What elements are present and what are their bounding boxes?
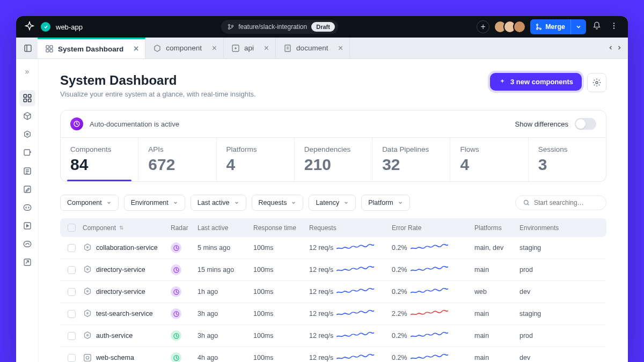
close-icon[interactable]: × bbox=[134, 44, 138, 54]
svg-rect-12 bbox=[50, 46, 53, 48]
app-badge-icon bbox=[41, 22, 50, 32]
table-header: Component⇅ Radar Last active Response ti… bbox=[60, 218, 606, 237]
table-row[interactable]: web-schema4h ago100ms12 req/s0.2%maindev bbox=[60, 347, 606, 362]
sort-icon[interactable]: ⇅ bbox=[119, 225, 123, 231]
tab-system-dashboard[interactable]: System Dashboard× bbox=[38, 38, 145, 58]
row-checkbox[interactable] bbox=[68, 288, 76, 296]
page-title: System Dashboard bbox=[60, 73, 256, 88]
collaborator-avatars[interactable] bbox=[494, 20, 526, 33]
stat-flows[interactable]: Flows4 bbox=[450, 138, 528, 181]
search-input[interactable] bbox=[534, 199, 598, 206]
show-diff-label: Show differences bbox=[515, 120, 569, 128]
row-checkbox[interactable] bbox=[68, 266, 76, 274]
stat-components[interactable]: Components84 bbox=[61, 138, 138, 181]
close-icon[interactable]: × bbox=[212, 43, 217, 53]
logo-icon bbox=[24, 21, 35, 33]
requests: 12 req/s bbox=[309, 266, 390, 274]
svg-rect-11 bbox=[46, 46, 49, 48]
platforms: main, dev bbox=[474, 244, 517, 252]
table-row[interactable]: collaboration-service5 mins ago100ms12 r… bbox=[60, 237, 606, 259]
rail-dashboard-icon[interactable] bbox=[19, 90, 35, 106]
select-all-checkbox[interactable] bbox=[68, 224, 76, 232]
last-active: 4h ago bbox=[197, 354, 251, 361]
stat-platforms[interactable]: Platforms4 bbox=[217, 138, 295, 181]
row-checkbox[interactable] bbox=[68, 310, 76, 318]
draft-badge: Draft bbox=[311, 22, 335, 32]
row-checkbox[interactable] bbox=[68, 244, 76, 252]
merge-button[interactable]: Merge bbox=[530, 19, 586, 34]
rail-arrow-icon[interactable] bbox=[19, 254, 35, 270]
tab-api[interactable]: api× bbox=[224, 38, 276, 58]
more-menu-icon[interactable] bbox=[608, 19, 620, 34]
stat-data-pipelines[interactable]: Data Pipelines32 bbox=[372, 138, 450, 181]
rail-expand[interactable]: » bbox=[19, 63, 35, 79]
svg-point-23 bbox=[26, 134, 28, 135]
filter-latency[interactable]: Latency bbox=[309, 195, 356, 211]
stat-sessions[interactable]: Sessions3 bbox=[529, 138, 606, 181]
svg-point-39 bbox=[87, 313, 89, 314]
auto-doc-label: Auto-documentation is active bbox=[90, 120, 179, 128]
stat-dependencies[interactable]: Dependencies210 bbox=[295, 138, 372, 181]
rail-lines-icon[interactable] bbox=[19, 163, 35, 179]
rail-hex-icon[interactable] bbox=[19, 127, 35, 143]
avatar[interactable] bbox=[513, 20, 526, 33]
merge-dropdown[interactable] bbox=[570, 19, 586, 34]
add-button[interactable]: + bbox=[477, 20, 489, 33]
tab-next[interactable] bbox=[616, 43, 623, 53]
rail-code-icon[interactable] bbox=[19, 200, 35, 216]
filter-last-active[interactable]: Last active bbox=[191, 195, 246, 211]
environments: staging bbox=[519, 244, 568, 252]
environments: dev bbox=[519, 288, 568, 295]
sidebar-toggle-icon[interactable] bbox=[18, 38, 38, 58]
row-checkbox[interactable] bbox=[68, 354, 76, 362]
svg-point-34 bbox=[596, 82, 598, 84]
response-time: 100ms bbox=[253, 266, 307, 274]
side-rail: » bbox=[16, 59, 39, 362]
svg-rect-30 bbox=[24, 205, 31, 211]
svg-point-38 bbox=[87, 291, 89, 292]
error-rate: 0.2% bbox=[392, 244, 472, 252]
show-diff-toggle[interactable] bbox=[575, 118, 596, 130]
svg-point-7 bbox=[613, 25, 614, 26]
stat-apis[interactable]: APIs672 bbox=[138, 138, 216, 181]
svg-point-8 bbox=[613, 27, 614, 28]
notifications-icon[interactable] bbox=[590, 19, 603, 34]
svg-rect-9 bbox=[25, 45, 31, 51]
component-name: auth-service bbox=[83, 331, 169, 341]
search-box[interactable] bbox=[515, 195, 606, 210]
table-row[interactable]: auth-service3h ago100ms12 req/s0.2%mainp… bbox=[60, 325, 606, 347]
rail-cloud-icon[interactable] bbox=[19, 236, 35, 252]
svg-point-36 bbox=[87, 247, 89, 248]
svg-point-3 bbox=[537, 24, 538, 26]
close-icon[interactable]: × bbox=[338, 43, 343, 53]
tab-prev[interactable] bbox=[608, 43, 614, 53]
tab-component[interactable]: component× bbox=[145, 38, 224, 58]
table-row[interactable]: directory-service1h ago100ms12 req/s0.2%… bbox=[60, 281, 606, 303]
svg-point-35 bbox=[524, 201, 529, 205]
filter-component[interactable]: Component bbox=[60, 195, 119, 211]
filter-environment[interactable]: Environment bbox=[124, 195, 185, 211]
filter-platform[interactable]: Platform bbox=[361, 195, 410, 211]
filter-requests[interactable]: Requests bbox=[252, 195, 304, 211]
table-row[interactable]: directory-service15 mins ago100ms12 req/… bbox=[60, 259, 606, 281]
row-checkbox[interactable] bbox=[68, 332, 76, 340]
settings-button[interactable] bbox=[587, 73, 606, 92]
tab-document[interactable]: document× bbox=[276, 38, 350, 58]
rail-cube-icon[interactable] bbox=[19, 108, 35, 124]
rail-play-icon[interactable] bbox=[19, 218, 35, 234]
environments: prod bbox=[519, 332, 568, 339]
main-content: System Dashboard Visualize your entire s… bbox=[39, 59, 628, 362]
rail-plus-box-icon[interactable] bbox=[19, 145, 35, 161]
svg-point-1 bbox=[229, 28, 230, 29]
svg-point-42 bbox=[86, 356, 89, 359]
rail-edit-icon[interactable] bbox=[19, 181, 35, 197]
new-components-button[interactable]: 3 new components bbox=[490, 73, 582, 91]
close-icon[interactable]: × bbox=[264, 43, 269, 53]
table-row[interactable]: test-search-service3h ago100ms12 req/s2.… bbox=[60, 303, 606, 325]
titlebar: web-app feature/slack-integration Draft … bbox=[16, 16, 628, 38]
tab-icon bbox=[283, 44, 292, 53]
branch-name: feature/slack-integration bbox=[238, 23, 307, 31]
branch-selector[interactable]: feature/slack-integration Draft bbox=[221, 20, 338, 34]
last-active: 3h ago bbox=[197, 332, 251, 339]
svg-rect-32 bbox=[24, 241, 31, 247]
